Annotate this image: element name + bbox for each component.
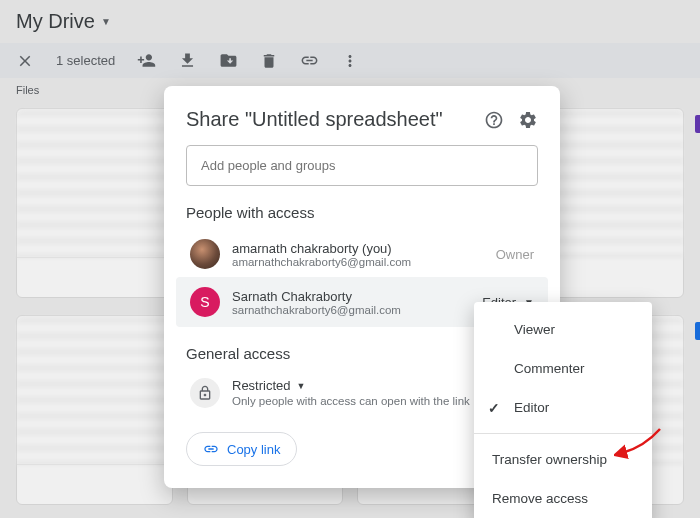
role-menu-remove-access[interactable]: Remove access [474, 479, 652, 518]
more-icon[interactable] [341, 52, 359, 70]
drive-breadcrumb[interactable]: My Drive ▼ [0, 0, 700, 43]
file-card[interactable] [16, 108, 173, 298]
people-with-access-label: People with access [186, 204, 538, 221]
person-row-owner: amarnath chakraborty (you) amarnathchakr… [186, 231, 538, 277]
chevron-down-icon: ▼ [101, 16, 111, 27]
selected-count: 1 selected [56, 53, 115, 68]
dialog-title: Share "Untitled spreadsheet" [186, 108, 443, 131]
chevron-down-icon: ▼ [297, 381, 306, 391]
role-menu-viewer[interactable]: Viewer [474, 310, 652, 349]
docs-icon [695, 322, 700, 340]
person-name: amarnath chakraborty (you) [232, 241, 484, 256]
lock-icon [190, 378, 220, 408]
person-email: amarnathchakraborty6@gmail.com [232, 256, 484, 268]
restricted-subtitle: Only people with access can open with th… [232, 395, 470, 407]
avatar: S [190, 287, 220, 317]
add-people-input[interactable] [186, 145, 538, 186]
move-to-icon[interactable] [219, 51, 238, 70]
forms-icon [695, 115, 700, 133]
copy-link-label: Copy link [227, 442, 280, 457]
breadcrumb-title: My Drive [16, 10, 95, 33]
role-menu-transfer-ownership[interactable]: Transfer ownership [474, 440, 652, 479]
link-icon [203, 441, 219, 457]
add-person-icon[interactable] [137, 51, 156, 70]
role-menu-commenter[interactable]: Commenter [474, 349, 652, 388]
link-icon[interactable] [300, 51, 319, 70]
trash-icon[interactable] [260, 52, 278, 70]
role-menu: Viewer Commenter Editor Transfer ownersh… [474, 302, 652, 518]
person-email: sarnathchakraborty6@gmail.com [232, 304, 470, 316]
download-icon[interactable] [178, 51, 197, 70]
close-icon[interactable] [16, 52, 34, 70]
person-name: Sarnath Chakraborty [232, 289, 470, 304]
selection-toolbar: 1 selected [0, 43, 700, 78]
file-card[interactable] [16, 315, 173, 505]
restricted-dropdown[interactable]: Restricted ▼ [232, 378, 470, 393]
gear-icon[interactable] [518, 110, 538, 130]
role-owner-label: Owner [496, 247, 534, 262]
role-menu-editor[interactable]: Editor [474, 388, 652, 427]
help-icon[interactable] [484, 110, 504, 130]
copy-link-button[interactable]: Copy link [186, 432, 297, 466]
avatar [190, 239, 220, 269]
